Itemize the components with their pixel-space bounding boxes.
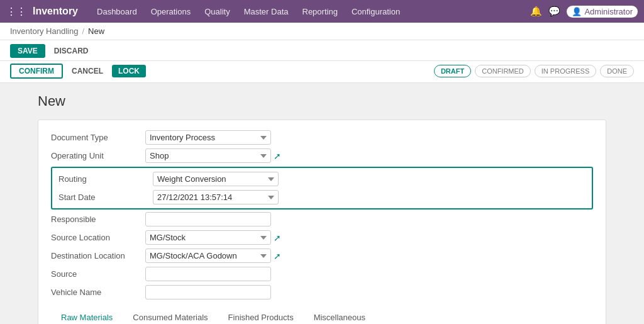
responsible-field bbox=[145, 212, 271, 226]
tab-raw-materials[interactable]: Raw Materials bbox=[51, 308, 123, 324]
nav-item-configuration[interactable]: Configuration bbox=[347, 7, 405, 16]
confirm-button[interactable]: CONFIRM bbox=[10, 64, 63, 79]
status-draft[interactable]: DRAFT bbox=[434, 65, 471, 77]
nav-item-reporting[interactable]: Reporting bbox=[297, 7, 343, 16]
responsible-label: Responsible bbox=[51, 215, 145, 224]
destination-location-select[interactable]: MG/Stock/ACA Godown bbox=[145, 249, 271, 263]
breadcrumb-separator: / bbox=[82, 26, 84, 36]
chat-icon[interactable]: 💬 bbox=[548, 6, 560, 17]
start-date-field: 27/12/2021 13:57:14 bbox=[153, 190, 279, 204]
start-date-select[interactable]: 27/12/2021 13:57:14 bbox=[153, 190, 279, 204]
vehicle-name-row: Vehicle Name bbox=[51, 285, 593, 299]
source-location-ext-link[interactable]: ➚ bbox=[274, 233, 281, 243]
nav-item-dashboard[interactable]: Dashboard bbox=[92, 7, 142, 16]
status-in-progress[interactable]: IN PROGRESS bbox=[535, 65, 596, 77]
source-location-row: Source Location MG/Stock ➚ bbox=[51, 230, 593, 245]
main-content: New Document Type Inventory Process Oper… bbox=[0, 83, 644, 324]
app-name: Inventory bbox=[33, 6, 78, 17]
action-bar-2: CONFIRM CANCEL LOCK DRAFT CONFIRMED IN P… bbox=[0, 61, 644, 83]
breadcrumb-parent[interactable]: Inventory Handling bbox=[10, 26, 78, 36]
admin-label: Administrator bbox=[584, 7, 633, 16]
source-location-field: MG/Stock ➚ bbox=[145, 230, 281, 245]
responsible-row: Responsible bbox=[51, 212, 593, 226]
source-field bbox=[145, 267, 271, 281]
form-section: Document Type Inventory Process Operatin… bbox=[38, 120, 606, 324]
destination-location-row: Destination Location MG/Stock/ACA Godown… bbox=[51, 249, 593, 263]
document-type-row: Document Type Inventory Process bbox=[51, 130, 593, 145]
source-row: Source bbox=[51, 267, 593, 281]
routing-select[interactable]: Weight Conversion bbox=[153, 172, 279, 186]
destination-location-label: Destination Location bbox=[51, 251, 145, 260]
source-input[interactable] bbox=[145, 267, 271, 281]
breadcrumb: Inventory Handling / New bbox=[0, 23, 644, 40]
responsible-input[interactable] bbox=[145, 212, 271, 226]
app-grid-icon[interactable]: ⋮⋮ bbox=[6, 6, 26, 18]
operating-unit-row: Operating Unit Shop ➚ bbox=[51, 148, 593, 163]
form-title: New bbox=[38, 93, 606, 109]
nav-item-operations[interactable]: Operations bbox=[146, 7, 196, 16]
document-type-label: Document Type bbox=[51, 133, 145, 142]
action-bar-1: SAVE DISCARD bbox=[0, 40, 644, 61]
start-date-label: Start Date bbox=[58, 193, 153, 202]
vehicle-name-input[interactable] bbox=[145, 285, 271, 299]
vehicle-name-label: Vehicle Name bbox=[51, 288, 145, 297]
source-location-select[interactable]: MG/Stock bbox=[145, 230, 271, 245]
source-label: Source bbox=[51, 269, 145, 279]
operating-unit-ext-link[interactable]: ➚ bbox=[274, 151, 281, 161]
cancel-action-button[interactable]: CANCEL bbox=[67, 65, 108, 77]
nav-right: 🔔 💬 👤 Administrator bbox=[530, 6, 638, 18]
operating-unit-select[interactable]: Shop bbox=[145, 148, 271, 163]
status-done[interactable]: DONE bbox=[600, 65, 634, 77]
notification-icon[interactable]: 🔔 bbox=[530, 6, 542, 17]
routing-label: Routing bbox=[58, 174, 153, 184]
admin-menu[interactable]: 👤 Administrator bbox=[567, 6, 638, 18]
breadcrumb-current: New bbox=[88, 26, 104, 36]
discard-button[interactable]: DISCARD bbox=[49, 44, 94, 58]
vehicle-name-field bbox=[145, 285, 271, 299]
save-button[interactable]: SAVE bbox=[10, 44, 45, 58]
routing-startdate-box: Routing Weight Conversion Start Date 27/… bbox=[51, 167, 593, 209]
routing-field: Weight Conversion bbox=[153, 172, 279, 186]
operating-unit-field: Shop ➚ bbox=[145, 148, 281, 163]
top-navigation: ⋮⋮ Inventory Dashboard Operations Qualit… bbox=[0, 0, 644, 23]
tabs-row: Raw Materials Consumed Materials Finishe… bbox=[51, 308, 593, 324]
nav-item-master-data[interactable]: Master Data bbox=[239, 7, 294, 16]
routing-row: Routing Weight Conversion bbox=[58, 172, 586, 186]
status-confirmed[interactable]: CONFIRMED bbox=[475, 65, 531, 77]
destination-location-field: MG/Stock/ACA Godown ➚ bbox=[145, 249, 281, 263]
tab-consumed-materials[interactable]: Consumed Materials bbox=[123, 308, 218, 324]
document-type-field: Inventory Process bbox=[145, 130, 271, 145]
document-type-select[interactable]: Inventory Process bbox=[145, 130, 271, 145]
nav-item-quality[interactable]: Quality bbox=[199, 7, 235, 16]
status-bar: DRAFT CONFIRMED IN PROGRESS DONE bbox=[434, 65, 634, 77]
start-date-row: Start Date 27/12/2021 13:57:14 bbox=[58, 190, 586, 204]
source-location-label: Source Location bbox=[51, 233, 145, 242]
tab-miscellaneous[interactable]: Miscellaneous bbox=[304, 308, 375, 324]
admin-avatar: 👤 bbox=[572, 7, 582, 16]
destination-location-ext-link[interactable]: ➚ bbox=[274, 251, 281, 261]
operating-unit-label: Operating Unit bbox=[51, 151, 145, 160]
lock-button[interactable]: LOCK bbox=[112, 65, 146, 77]
tab-finished-products[interactable]: Finished Products bbox=[218, 308, 304, 324]
